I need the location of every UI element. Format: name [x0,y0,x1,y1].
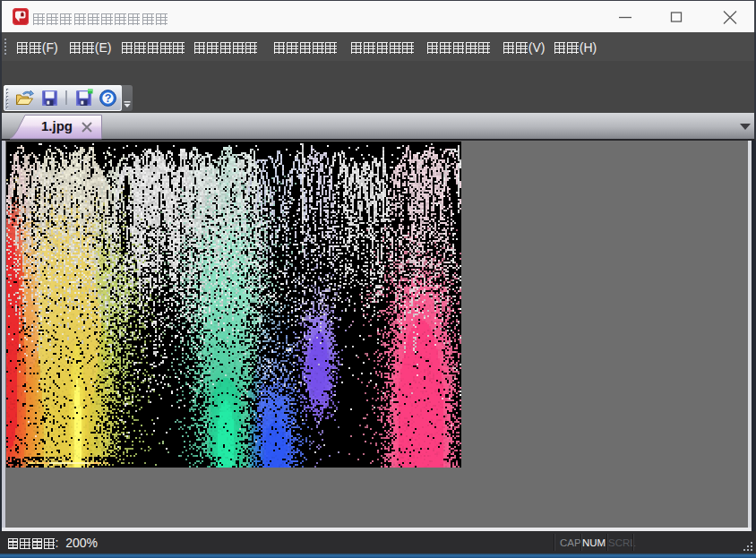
svg-text:?: ? [105,92,112,105]
